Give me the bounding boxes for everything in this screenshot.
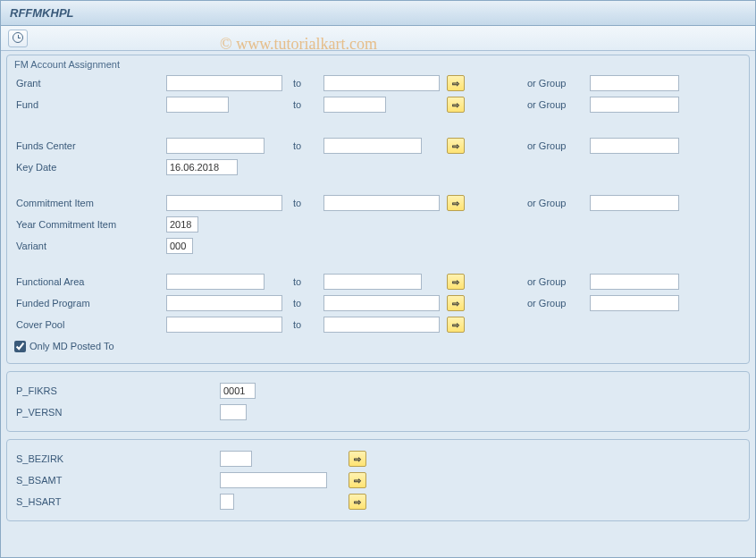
arrow-right-icon: ⇨ (452, 79, 459, 89)
row-variant: Variant (14, 236, 742, 256)
to-label: to (293, 319, 320, 330)
cover-pool-from-input[interactable] (166, 317, 282, 333)
functional-area-from-input[interactable] (166, 274, 265, 290)
row-cover-pool: Cover Pool to ⇨ (14, 315, 742, 334)
funds-center-group-input[interactable] (590, 138, 679, 154)
functional-area-multiselect-button[interactable]: ⇨ (447, 274, 465, 290)
row-p-fikrs: P_FIKRS (14, 381, 742, 401)
year-ci-input[interactable] (166, 216, 198, 232)
functional-area-group-input[interactable] (590, 274, 679, 290)
s-bsamt-input[interactable] (220, 472, 327, 488)
commitment-item-from-input[interactable] (166, 195, 282, 211)
arrow-right-icon: ⇨ (452, 199, 459, 208)
fund-multiselect-button[interactable]: ⇨ (447, 97, 465, 113)
to-label: to (293, 276, 320, 287)
label-s-bsamt: S_BSAMT (14, 475, 220, 486)
grant-to-input[interactable] (323, 75, 440, 91)
label-only-md: Only MD Posted To (29, 341, 114, 351)
row-grant: Grant to ⇨ or Group (14, 73, 742, 93)
to-label: to (293, 140, 320, 151)
s-bezirk-multiselect-button[interactable]: ⇨ (349, 451, 366, 467)
label-s-hsart: S_HSART (14, 496, 220, 507)
s-hsart-multiselect-button[interactable]: ⇨ (349, 494, 366, 510)
label-functional-area: Functional Area (14, 276, 166, 287)
row-key-date: Key Date (14, 157, 742, 177)
funded-program-group-input[interactable] (590, 295, 679, 311)
p-versn-input[interactable] (220, 404, 247, 420)
grant-group-input[interactable] (590, 75, 679, 91)
row-funded-program: Funded Program to ⇨ or Group (14, 293, 742, 313)
row-only-md: Only MD Posted To (14, 336, 742, 356)
label-fund: Fund (14, 99, 166, 110)
orgroup-label: or Group (527, 78, 590, 89)
fund-group-input[interactable] (590, 97, 679, 113)
variant-input[interactable] (166, 238, 193, 254)
row-s-hsart: S_HSART ⇨ (14, 492, 742, 512)
funded-program-from-input[interactable] (166, 295, 282, 311)
funds-center-from-input[interactable] (166, 138, 265, 154)
to-label: to (293, 198, 320, 208)
label-commitment-item: Commitment Item (14, 198, 166, 208)
row-functional-area: Functional Area to ⇨ or Group (14, 272, 742, 292)
row-s-bsamt: S_BSAMT ⇨ (14, 470, 742, 490)
group-selections: S_BEZIRK ⇨ S_BSAMT ⇨ S_HSART ⇨ (6, 439, 750, 521)
funded-program-to-input[interactable] (323, 295, 440, 311)
orgroup-label: or Group (527, 298, 590, 309)
funded-program-multiselect-button[interactable]: ⇨ (447, 295, 465, 311)
commitment-item-group-input[interactable] (590, 195, 679, 211)
arrow-right-icon: ⇨ (452, 141, 459, 151)
key-date-input[interactable] (166, 159, 238, 175)
title-bar: RFFMKHPL (1, 1, 755, 26)
orgroup-label: or Group (527, 198, 590, 208)
clock-icon (13, 32, 23, 43)
grant-multiselect-button[interactable]: ⇨ (447, 75, 465, 91)
only-md-checkbox[interactable] (14, 341, 26, 352)
s-bezirk-input[interactable] (220, 451, 252, 467)
group-title: FM Account Assignment (14, 59, 742, 70)
toolbar (1, 26, 755, 51)
arrow-right-icon: ⇨ (354, 497, 361, 507)
arrow-right-icon: ⇨ (354, 476, 361, 486)
s-hsart-input[interactable] (220, 494, 234, 510)
fund-to-input[interactable] (323, 97, 386, 113)
label-cover-pool: Cover Pool (14, 319, 166, 330)
orgroup-label: or Group (527, 276, 590, 287)
functional-area-to-input[interactable] (323, 274, 422, 290)
arrow-right-icon: ⇨ (354, 454, 361, 464)
p-fikrs-input[interactable] (220, 383, 256, 399)
row-fund: Fund to ⇨ or Group (14, 95, 742, 114)
label-year-ci: Year Commitment Item (14, 219, 166, 230)
arrow-right-icon: ⇨ (452, 100, 459, 110)
cover-pool-to-input[interactable] (323, 317, 440, 333)
group-params: P_FIKRS P_VERSN (6, 371, 750, 432)
group-fm-account-assignment: FM Account Assignment Grant to ⇨ or Grou… (6, 55, 750, 364)
row-p-versn: P_VERSN (14, 402, 742, 422)
funds-center-to-input[interactable] (323, 138, 422, 154)
commitment-item-multiselect-button[interactable]: ⇨ (447, 195, 465, 211)
arrow-right-icon: ⇨ (452, 299, 459, 309)
label-key-date: Key Date (14, 162, 166, 173)
to-label: to (293, 99, 320, 110)
funds-center-multiselect-button[interactable]: ⇨ (447, 138, 465, 154)
label-funds-center: Funds Center (14, 140, 166, 151)
arrow-right-icon: ⇨ (452, 320, 459, 330)
commitment-item-to-input[interactable] (323, 195, 440, 211)
arrow-right-icon: ⇨ (452, 277, 459, 287)
row-s-bezirk: S_BEZIRK ⇨ (14, 449, 742, 469)
label-funded-program: Funded Program (14, 298, 166, 309)
row-funds-center: Funds Center to ⇨ or Group (14, 136, 742, 156)
to-label: to (293, 78, 320, 89)
orgroup-label: or Group (527, 140, 590, 151)
to-label: to (293, 298, 320, 309)
cover-pool-multiselect-button[interactable]: ⇨ (447, 317, 465, 333)
row-year-commitment-item: Year Commitment Item (14, 215, 742, 234)
s-bsamt-multiselect-button[interactable]: ⇨ (349, 472, 366, 488)
execute-button[interactable] (8, 30, 28, 47)
label-s-bezirk: S_BEZIRK (14, 453, 220, 464)
label-grant: Grant (14, 78, 166, 89)
label-variant: Variant (14, 241, 166, 251)
content-area: FM Account Assignment Grant to ⇨ or Grou… (1, 51, 755, 557)
fund-from-input[interactable] (166, 97, 229, 113)
grant-from-input[interactable] (166, 75, 282, 91)
orgroup-label: or Group (527, 99, 590, 110)
